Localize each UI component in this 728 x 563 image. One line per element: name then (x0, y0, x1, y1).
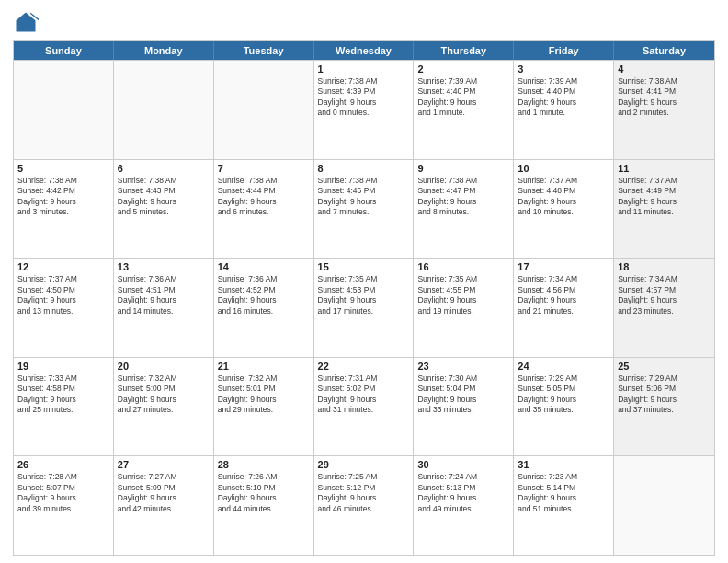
cell-line: Daylight: 9 hours (618, 98, 711, 108)
cal-cell-r2-c1: 13Sunrise: 7:36 AMSunset: 4:51 PMDayligh… (114, 259, 214, 357)
cell-line: Sunrise: 7:28 AM (17, 472, 109, 482)
cell-line: and 16 minutes. (218, 306, 310, 316)
cell-line: and 27 minutes. (118, 405, 210, 415)
cal-cell-r2-c0: 12Sunrise: 7:37 AMSunset: 4:50 PMDayligh… (14, 259, 114, 357)
day-number: 15 (318, 261, 410, 272)
cal-cell-r3-c6: 25Sunrise: 7:29 AMSunset: 5:06 PMDayligh… (614, 358, 714, 456)
cal-cell-r0-c3: 1Sunrise: 7:38 AMSunset: 4:39 PMDaylight… (314, 61, 415, 159)
cell-line: Sunset: 4:41 PM (618, 86, 711, 97)
cell-line: and 5 minutes. (118, 207, 210, 217)
day-number: 7 (218, 163, 310, 174)
cell-line: and 25 minutes. (17, 405, 109, 415)
cell-line: Sunrise: 7:38 AM (417, 176, 509, 186)
day-number: 10 (518, 163, 609, 174)
cell-line: Sunrise: 7:39 AM (417, 76, 509, 86)
cell-line: Daylight: 9 hours (17, 295, 109, 305)
cell-line: Daylight: 9 hours (417, 197, 509, 207)
cell-line: Sunrise: 7:38 AM (618, 76, 711, 86)
cell-line: and 23 minutes. (618, 306, 711, 316)
cal-cell-r2-c2: 14Sunrise: 7:36 AMSunset: 4:52 PMDayligh… (214, 259, 314, 357)
cell-line: and 7 minutes. (318, 207, 410, 217)
day-header-tuesday: Tuesday (214, 41, 314, 60)
cell-line: Daylight: 9 hours (218, 197, 310, 207)
cell-line: and 35 minutes. (518, 405, 609, 415)
day-header-sunday: Sunday (14, 41, 114, 60)
cell-line: and 21 minutes. (518, 306, 609, 316)
cal-cell-r1-c4: 9Sunrise: 7:38 AMSunset: 4:47 PMDaylight… (414, 160, 514, 259)
cell-line: Sunset: 4:48 PM (518, 186, 609, 196)
cell-line: Sunset: 4:47 PM (417, 186, 509, 196)
cell-line: Sunset: 5:04 PM (417, 384, 509, 394)
page: SundayMondayTuesdayWednesdayThursdayFrid… (0, 0, 728, 563)
day-number: 29 (318, 459, 410, 470)
cell-line: Daylight: 9 hours (518, 197, 609, 207)
cal-cell-r4-c6 (614, 456, 714, 555)
cal-cell-r1-c5: 10Sunrise: 7:37 AMSunset: 4:48 PMDayligh… (514, 160, 614, 259)
cell-line: Sunset: 5:13 PM (417, 483, 509, 493)
day-number: 4 (618, 63, 711, 75)
cal-cell-r1-c0: 5Sunrise: 7:38 AMSunset: 4:42 PMDaylight… (14, 160, 114, 259)
cal-cell-r3-c2: 21Sunrise: 7:32 AMSunset: 5:01 PMDayligh… (214, 358, 314, 456)
cell-line: Sunrise: 7:23 AM (518, 472, 609, 482)
cal-cell-r2-c3: 15Sunrise: 7:35 AMSunset: 4:53 PMDayligh… (314, 259, 415, 357)
cell-line: and 8 minutes. (417, 207, 509, 217)
cal-cell-r4-c4: 30Sunrise: 7:24 AMSunset: 5:13 PMDayligh… (414, 456, 514, 555)
cell-line: Sunrise: 7:25 AM (318, 472, 410, 482)
cell-line: Daylight: 9 hours (417, 98, 509, 108)
cell-line: Sunrise: 7:38 AM (118, 176, 210, 186)
cell-line: Daylight: 9 hours (318, 395, 410, 405)
cell-line: Sunrise: 7:29 AM (518, 373, 609, 384)
cell-line: Sunset: 5:14 PM (518, 483, 609, 493)
day-number: 2 (417, 63, 509, 75)
cell-line: Sunrise: 7:38 AM (318, 76, 410, 86)
day-number: 28 (218, 459, 310, 470)
day-number: 1 (318, 63, 410, 75)
cal-cell-r2-c4: 16Sunrise: 7:35 AMSunset: 4:55 PMDayligh… (414, 259, 514, 357)
day-number: 18 (618, 261, 711, 272)
cell-line: Sunset: 4:40 PM (518, 86, 609, 97)
cell-line: and 0 minutes. (318, 108, 410, 118)
day-number: 5 (17, 163, 109, 174)
cell-line: Daylight: 9 hours (417, 493, 509, 503)
day-header-monday: Monday (114, 41, 214, 60)
day-header-saturday: Saturday (614, 41, 714, 60)
cell-line: Sunset: 5:02 PM (318, 384, 410, 394)
cell-line: Sunrise: 7:33 AM (17, 373, 109, 384)
cal-row-2: 12Sunrise: 7:37 AMSunset: 4:50 PMDayligh… (14, 258, 714, 357)
cell-line: Daylight: 9 hours (17, 395, 109, 405)
cal-cell-r4-c2: 28Sunrise: 7:26 AMSunset: 5:10 PMDayligh… (214, 456, 314, 555)
day-number: 11 (618, 163, 711, 174)
calendar-header: SundayMondayTuesdayWednesdayThursdayFrid… (14, 41, 714, 60)
cal-cell-r3-c5: 24Sunrise: 7:29 AMSunset: 5:05 PMDayligh… (514, 358, 614, 456)
cell-line: Sunset: 5:10 PM (218, 483, 310, 493)
cal-cell-r3-c3: 22Sunrise: 7:31 AMSunset: 5:02 PMDayligh… (314, 358, 415, 456)
cell-line: and 49 minutes. (417, 504, 509, 514)
day-number: 19 (17, 361, 109, 372)
cell-line: and 1 minute. (518, 108, 609, 118)
cell-line: and 11 minutes. (618, 207, 711, 217)
cell-line: Sunrise: 7:35 AM (417, 274, 509, 284)
cell-line: Sunrise: 7:36 AM (118, 274, 210, 284)
cell-line: and 19 minutes. (417, 306, 509, 316)
day-number: 6 (118, 163, 210, 174)
cell-line: and 42 minutes. (118, 504, 210, 514)
cell-line: Daylight: 9 hours (218, 493, 310, 503)
cell-line: Sunrise: 7:36 AM (218, 274, 310, 284)
cell-line: Sunset: 4:50 PM (17, 285, 109, 295)
cell-line: Daylight: 9 hours (518, 493, 609, 503)
cell-line: Daylight: 9 hours (417, 295, 509, 305)
cal-cell-r4-c0: 26Sunrise: 7:28 AMSunset: 5:07 PMDayligh… (14, 456, 114, 555)
cell-line: and 44 minutes. (218, 504, 310, 514)
cal-row-3: 19Sunrise: 7:33 AMSunset: 4:58 PMDayligh… (14, 357, 714, 456)
cell-line: Daylight: 9 hours (17, 493, 109, 503)
cell-line: Daylight: 9 hours (17, 197, 109, 207)
cell-line: Daylight: 9 hours (318, 493, 410, 503)
cell-line: Daylight: 9 hours (118, 395, 210, 405)
cal-cell-r1-c3: 8Sunrise: 7:38 AMSunset: 4:45 PMDaylight… (314, 160, 415, 259)
cell-line: and 39 minutes. (17, 504, 109, 514)
cell-line: Daylight: 9 hours (118, 295, 210, 305)
cell-line: and 46 minutes. (318, 504, 410, 514)
cell-line: Daylight: 9 hours (318, 98, 410, 108)
cell-line: Daylight: 9 hours (518, 395, 609, 405)
day-number: 20 (118, 361, 210, 372)
